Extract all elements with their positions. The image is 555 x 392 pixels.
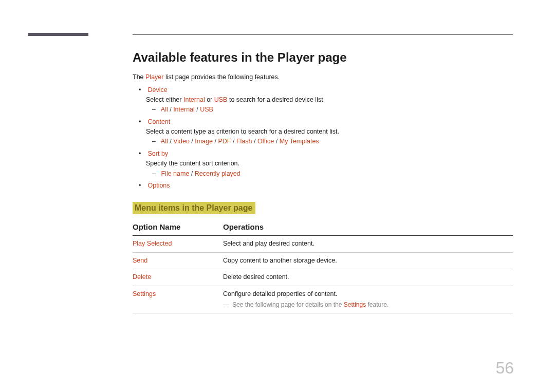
menu-table: Option Name Operations Play Selected Sel… [133,222,513,313]
feature-content-label: Content [147,118,170,125]
intro-pre: The [133,73,145,81]
row-name: Play Selected [133,239,223,249]
feature-options-label: Options [147,182,170,189]
device-options: All / Internal / USB [152,105,513,115]
row-op: Configure detailed properties of content… [223,290,513,309]
settings-note: ―See the following page for details on t… [223,301,513,309]
th-operations: Operations [223,222,264,231]
main-content: Available features in the Player page Th… [133,50,513,313]
feature-sortby-label: Sort by [147,150,168,157]
page-number: 56 [495,359,514,378]
note-dash-icon: ― [223,301,229,308]
content-options: All / Video / Image / PDF / Flash / Offi… [152,137,513,146]
intro-keyword: Player [145,73,163,81]
sortby-options: File name / Recently played [152,169,513,179]
section-subtitle: Menu items in the Player page [133,202,255,214]
top-rule [133,34,513,35]
row-op: Delete desired content. [223,273,513,282]
feature-device-label: Device [147,86,167,94]
row-op: Select and play desired content. [223,239,513,249]
row-op: Copy content to another storage device. [223,256,513,266]
intro-text: The Player list page provides the follow… [133,73,513,82]
decor-bar [28,33,88,36]
intro-post: list page provides the following feature… [163,73,280,81]
feature-content: Content Select a content type as criteri… [139,117,513,147]
feature-sortby-desc: Specify the content sort criterion. [146,159,513,169]
page-title: Available features in the Player page [133,50,513,65]
table-row: Settings Configure detailed properties o… [133,286,513,313]
table-row: Delete Delete desired content. [133,269,513,286]
th-option-name: Option Name [133,222,223,231]
table-row: Send Copy content to another storage dev… [133,253,513,270]
feature-sortby: Sort by Specify the content sort criteri… [139,149,513,179]
row-name: Send [133,256,223,266]
row-name: Settings [133,290,223,309]
table-head: Option Name Operations [133,222,513,236]
feature-device-desc: Select either Internal or USB to search … [146,95,513,105]
table-row: Play Selected Select and play desired co… [133,236,513,253]
feature-device: Device Select either Internal or USB to … [139,85,513,115]
feature-content-desc: Select a content type as criterion to se… [146,127,513,137]
row-name: Delete [133,273,223,282]
features-list: Device Select either Internal or USB to … [139,85,513,191]
feature-options: Options [139,181,513,191]
